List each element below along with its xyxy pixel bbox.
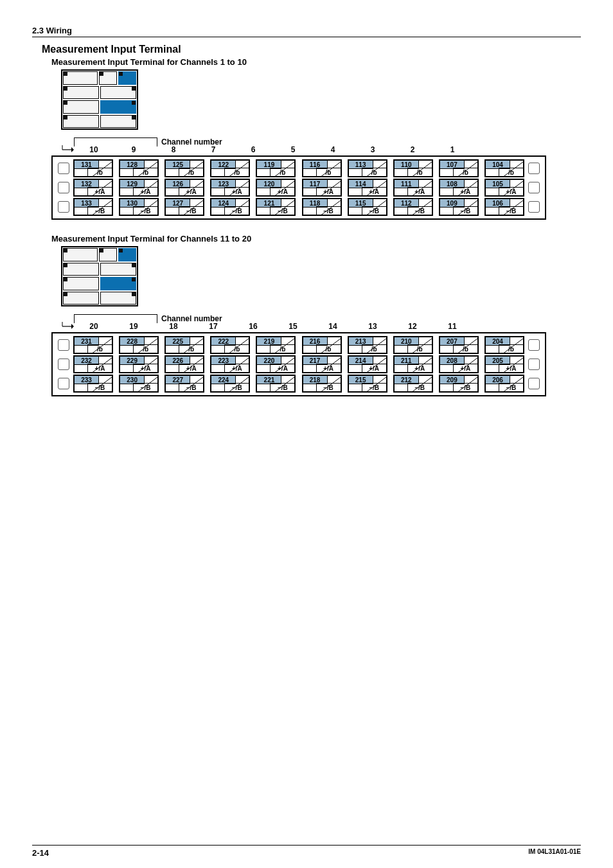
terminal-cell: 214 +/A bbox=[348, 355, 387, 373]
channel-header: 18 bbox=[154, 322, 193, 331]
section-header: 2.3 Wiring bbox=[32, 26, 581, 37]
terminal-cell: 104 /b bbox=[484, 159, 524, 177]
terminal-sublabel: +/A bbox=[499, 187, 523, 195]
channel-header: 20 bbox=[74, 322, 114, 331]
arrow-icon bbox=[61, 322, 74, 331]
terminal-cell: 118 –/B bbox=[302, 198, 342, 216]
terminal-sublabel: –/B bbox=[133, 383, 157, 391]
terminal-sublabel: /b bbox=[179, 344, 203, 353]
terminal-sublabel: /b bbox=[87, 344, 112, 353]
mounting-hole-icon bbox=[528, 201, 540, 213]
terminal-sublabel: /b bbox=[407, 344, 432, 353]
terminal-sublabel: +/A bbox=[179, 364, 203, 372]
terminal-cell: 227 –/B bbox=[164, 375, 204, 393]
channel-header: 8 bbox=[154, 145, 193, 154]
terminal-row: 131 /b 128 /b 125 /b 122 /b 119 /b 116 bbox=[54, 159, 544, 178]
terminal-cell: 221 –/B bbox=[256, 375, 296, 393]
terminal-row: 132 +/A 129 +/A 126 +/A 123 +/A 120 +/A bbox=[54, 178, 544, 197]
terminal-sublabel: +/A bbox=[87, 187, 112, 195]
terminal-sublabel: /b bbox=[362, 344, 386, 353]
terminal-cell: 226 +/A bbox=[164, 355, 204, 373]
terminal-row: 232 +/A 229 +/A 226 +/A 223 +/A 220 +/A bbox=[54, 355, 544, 374]
channel-header: 14 bbox=[313, 322, 353, 331]
terminal-sublabel: +/A bbox=[87, 364, 112, 372]
terminal-row: 231 /b 228 /b 225 /b 222 /b 219 /b 216 bbox=[54, 335, 544, 355]
terminal-cell: 212 –/B bbox=[393, 375, 433, 393]
terminal-cell: 209 –/B bbox=[439, 375, 479, 393]
terminal-sublabel: /b bbox=[499, 168, 523, 176]
terminal-cell: 106 –/B bbox=[484, 198, 524, 216]
terminal-cell: 225 /b bbox=[164, 336, 204, 354]
terminal-cell: 109 –/B bbox=[439, 198, 479, 216]
terminal-sublabel: +/A bbox=[407, 187, 432, 195]
terminal-cell: 115 –/B bbox=[348, 198, 387, 216]
channel-header: 13 bbox=[353, 322, 393, 331]
channel-header: 10 bbox=[74, 145, 114, 154]
bracket-line bbox=[74, 137, 157, 146]
terminal-sublabel: –/B bbox=[499, 383, 523, 391]
terminal-sublabel: +/A bbox=[362, 364, 386, 372]
terminal-sublabel: –/B bbox=[270, 383, 294, 391]
svg-marker-34 bbox=[71, 324, 74, 329]
terminal-cell: 211 +/A bbox=[393, 355, 433, 373]
terminal-cell: 131 /b bbox=[73, 159, 113, 177]
terminal-cell: 224 –/B bbox=[210, 375, 250, 393]
mounting-hole-icon bbox=[528, 339, 540, 351]
terminal-cell: 223 +/A bbox=[210, 355, 250, 373]
terminal-sublabel: –/B bbox=[179, 206, 203, 215]
bracket-line bbox=[74, 314, 157, 323]
terminal-cell: 114 +/A bbox=[348, 179, 387, 197]
terminal-cell: 205 +/A bbox=[484, 355, 524, 373]
channel-header: 12 bbox=[393, 322, 432, 331]
terminal-sublabel: /b bbox=[316, 344, 341, 353]
terminal-sublabel: /b bbox=[224, 344, 249, 353]
terminal-sublabel: +/A bbox=[362, 187, 386, 195]
terminal-sublabel: /b bbox=[133, 168, 157, 176]
terminal-cell: 107 /b bbox=[439, 159, 479, 177]
channel-header: 15 bbox=[273, 322, 313, 331]
terminal-sublabel: /b bbox=[453, 344, 477, 353]
terminal-cell: 215 –/B bbox=[348, 375, 387, 393]
terminal-cell: 217 +/A bbox=[302, 355, 342, 373]
group-subtitle: Measurement Input Terminal for Channels … bbox=[51, 234, 581, 244]
mounting-hole-icon bbox=[58, 201, 69, 213]
terminal-sublabel: /b bbox=[270, 344, 294, 353]
terminal-cell: 206 –/B bbox=[484, 375, 524, 393]
terminal-sublabel: +/A bbox=[453, 364, 477, 372]
channel-header: 16 bbox=[233, 322, 273, 331]
terminal-sublabel: /b bbox=[87, 168, 112, 176]
terminal-sublabel: +/A bbox=[133, 187, 157, 195]
terminal-sublabel: /b bbox=[224, 168, 249, 176]
terminal-sublabel: +/A bbox=[316, 364, 341, 372]
terminal-sublabel: +/A bbox=[316, 187, 341, 195]
terminal-sublabel: –/B bbox=[270, 206, 294, 215]
terminal-cell: 128 /b bbox=[119, 159, 159, 177]
channel-header: 3 bbox=[353, 145, 393, 154]
terminal-sublabel: /b bbox=[499, 344, 523, 353]
terminal-cell: 108 +/A bbox=[439, 179, 479, 197]
terminal-cell: 117 +/A bbox=[302, 179, 342, 197]
channel-header: 5 bbox=[273, 145, 313, 154]
terminal-cell: 121 –/B bbox=[256, 198, 296, 216]
terminal-cell: 208 +/A bbox=[439, 355, 479, 373]
terminal-sublabel: –/B bbox=[453, 383, 477, 391]
terminal-block: 231 /b 228 /b 225 /b 222 /b 219 /b 216 bbox=[51, 332, 546, 396]
terminal-cell: 218 –/B bbox=[302, 375, 342, 393]
channel-header: 4 bbox=[313, 145, 353, 154]
terminal-cell: 232 +/A bbox=[73, 355, 113, 373]
mounting-hole-icon bbox=[58, 359, 69, 370]
channel-header: 7 bbox=[193, 145, 233, 154]
terminal-cell: 233 –/B bbox=[73, 375, 113, 393]
terminal-sublabel: /b bbox=[133, 344, 157, 353]
terminal-cell: 122 /b bbox=[210, 159, 250, 177]
terminal-sublabel: +/A bbox=[224, 364, 249, 372]
terminal-block-illustration bbox=[61, 246, 581, 306]
terminal-sublabel: /b bbox=[270, 168, 294, 176]
terminal-sublabel: –/B bbox=[316, 383, 341, 391]
terminal-sublabel: –/B bbox=[407, 383, 432, 391]
channel-header: 2 bbox=[393, 145, 432, 154]
terminal-cell: 126 +/A bbox=[164, 179, 204, 197]
mounting-hole-icon bbox=[528, 359, 540, 370]
terminal-sublabel: +/A bbox=[407, 364, 432, 372]
terminal-cell: 213 /b bbox=[348, 336, 387, 354]
